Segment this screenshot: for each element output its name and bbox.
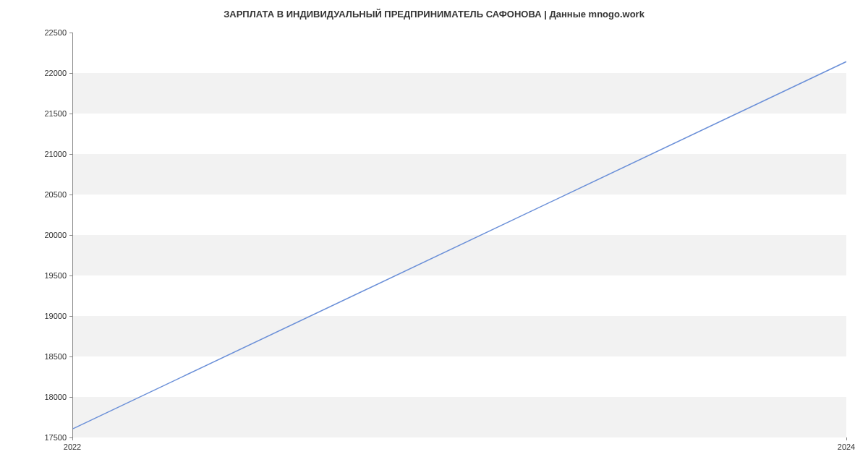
y-tick-label: 17500 <box>23 433 67 442</box>
y-tick-label: 20000 <box>23 231 67 239</box>
x-tick-mark <box>72 437 73 440</box>
x-tick-label: 2022 <box>64 443 81 451</box>
y-tick-mark <box>69 235 72 236</box>
y-tick-label: 19000 <box>23 312 67 320</box>
y-tick-mark <box>69 114 72 114</box>
y-tick-mark <box>69 33 72 33</box>
y-tick-mark <box>69 275 72 276</box>
y-tick-mark <box>69 316 72 317</box>
y-tick-label: 18000 <box>23 393 67 401</box>
x-tick-label: 2024 <box>838 443 855 451</box>
y-tick-mark <box>69 154 72 155</box>
data-line <box>73 61 846 429</box>
y-tick-mark <box>69 195 72 195</box>
y-tick-mark <box>69 73 72 74</box>
y-tick-label: 18500 <box>23 352 67 361</box>
y-tick-label: 21000 <box>23 150 67 158</box>
y-tick-label: 21500 <box>23 109 67 118</box>
x-tick-mark <box>846 437 847 440</box>
plot-area <box>72 33 846 437</box>
chart-title: ЗАРПЛАТА В ИНДИВИДУАЛЬНЫЙ ПРЕДПРИНИМАТЕЛ… <box>0 0 868 20</box>
chart-container: ЗАРПЛАТА В ИНДИВИДУАЛЬНЫЙ ПРЕДПРИНИМАТЕЛ… <box>0 0 868 470</box>
y-tick-label: 19500 <box>23 271 67 280</box>
y-tick-label: 22000 <box>23 69 67 77</box>
y-tick-mark <box>69 397 72 398</box>
y-tick-mark <box>69 356 72 357</box>
y-tick-label: 22500 <box>23 28 67 37</box>
chart-line-svg <box>73 33 846 437</box>
y-tick-label: 20500 <box>23 190 67 199</box>
